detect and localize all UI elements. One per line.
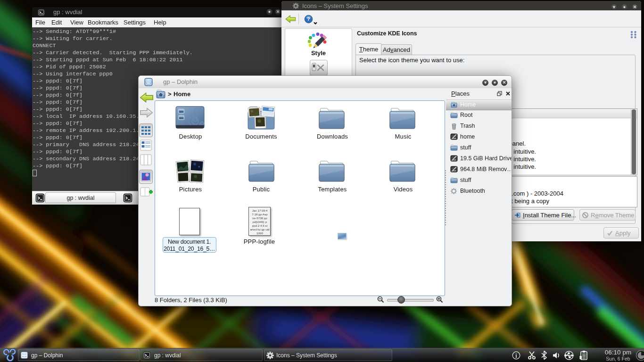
svg-text:?: ? [307, 16, 310, 22]
svg-text:i: i [515, 353, 517, 359]
